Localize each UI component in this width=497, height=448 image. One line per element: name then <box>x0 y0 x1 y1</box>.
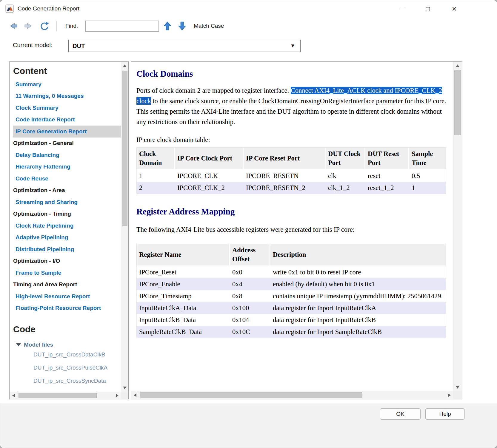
help-button[interactable]: Help <box>425 408 465 420</box>
back-arrow-icon <box>7 21 19 31</box>
table-cell: 0x100 <box>230 302 270 314</box>
report-content: Clock Domains Ports of clock domain 2 ar… <box>131 62 453 391</box>
table-row: InputRateClkA_Data0x100data register for… <box>137 302 446 314</box>
refresh-button[interactable] <box>37 20 51 32</box>
sidebar-item-clock-summary[interactable]: Clock Summary <box>13 102 121 114</box>
model-selector-row: Current model: DUT ▼ <box>0 35 497 58</box>
table-cell: IPCore_Reset <box>137 266 230 278</box>
table-of-contents: Summary11 Warnings, 0 MessagesClock Summ… <box>13 78 121 314</box>
table-cell: IPCORE_CLK_2 <box>175 182 244 194</box>
scrollbar-thumb[interactable] <box>19 393 97 398</box>
paragraph-text: to the same clock source, or enable the … <box>136 97 446 126</box>
clock-table-caption: IP core clock domain table: <box>136 136 453 144</box>
table-cell: 0x10C <box>230 326 270 338</box>
down-triangle-icon <box>123 387 127 389</box>
scrollbar-thumb[interactable] <box>122 71 127 226</box>
model-file-link[interactable]: DUT_ip_src_CrossSyncData <box>13 374 121 387</box>
minimize-button[interactable] <box>392 3 412 15</box>
left-triangle-icon <box>12 394 15 397</box>
sidebar-item-delay-balancing[interactable]: Delay Balancing <box>13 149 121 161</box>
sidebar-item-code-reuse[interactable]: Code Reuse <box>13 173 121 185</box>
toolbar-separator <box>56 21 57 31</box>
column-header: Description <box>270 244 446 266</box>
sidebar-vertical-scrollbar[interactable] <box>121 62 128 392</box>
table-cell: 0.5 <box>409 170 446 182</box>
table-row: IPCore_Reset0x0write 0x1 to bit 0 to res… <box>137 266 446 278</box>
table-row: 1IPCORE_CLKIPCORE_RESETNclkreset0.5 <box>137 170 446 182</box>
table-cell: clk <box>326 170 365 182</box>
maximize-button[interactable] <box>418 3 438 15</box>
sidebar-item-summary[interactable]: Summary <box>13 78 121 90</box>
app-icon <box>5 4 14 13</box>
sidebar-item-high-level-resource-report[interactable]: High-level Resource Report <box>13 291 121 302</box>
close-icon: × <box>452 5 457 13</box>
model-file-link[interactable]: DUT_ip_src_CrossPulseClkA <box>13 361 121 374</box>
scroll-up-button[interactable] <box>121 62 128 69</box>
column-header: Clock Domain <box>137 148 175 170</box>
scrollbar-corner <box>453 391 462 399</box>
sidebar-item-optimization-timing: Optimization - Timing <box>13 208 121 220</box>
table-cell: 0x104 <box>230 314 270 326</box>
table-cell: IPCORE_RESETN <box>244 170 326 182</box>
table-cell: 1 <box>409 182 446 194</box>
sidebar-item-code-interface-report[interactable]: Code Interface Report <box>13 114 121 126</box>
scroll-down-button[interactable] <box>121 384 128 392</box>
sidebar-item-optimization-i-o: Optimization - I/O <box>13 255 121 267</box>
scroll-down-button[interactable] <box>453 383 462 391</box>
scroll-right-button[interactable] <box>113 392 121 399</box>
sidebar-item-11-warnings-0-messages[interactable]: 11 Warnings, 0 Messages <box>13 90 121 102</box>
scrollbar-thumb[interactable] <box>140 392 362 398</box>
current-model-dropdown[interactable]: DUT ▼ <box>68 40 301 52</box>
scroll-left-button[interactable] <box>131 391 139 399</box>
find-input[interactable] <box>85 21 159 32</box>
scroll-right-button[interactable] <box>445 391 453 399</box>
model-file-link[interactable]: DUT_ip_src_CrossDataClkB <box>13 348 121 361</box>
collapse-triangle-icon <box>16 343 21 346</box>
table-cell: write 0x1 to bit 0 to reset IP core <box>270 266 446 278</box>
table-cell: contains unique IP timestamp (yymmddHHMM… <box>270 290 446 302</box>
match-case-toggle[interactable]: Match Case <box>194 23 224 29</box>
sidebar-item-timing-and-area-report: Timing and Area Report <box>13 279 121 291</box>
sidebar-item-adaptive-pipelining[interactable]: Adaptive Pipelining <box>13 232 121 244</box>
dropdown-arrow-icon: ▼ <box>290 43 295 49</box>
sidebar-item-optimization-area: Optimization - Area <box>13 185 121 197</box>
sidebar-item-streaming-and-sharing[interactable]: Streaming and Sharing <box>13 196 121 208</box>
right-triangle-icon <box>116 394 119 397</box>
sidebar-item-floating-point-resource-report[interactable]: Floating-Point Resource Report <box>13 302 121 314</box>
sidebar-item-ip-core-generation-report[interactable]: IP Core Generation Report <box>13 126 121 138</box>
sidebar-item-clock-rate-pipelining[interactable]: Clock Rate Pipelining <box>13 220 121 232</box>
column-header: IP Core Reset Port <box>244 148 326 170</box>
scroll-left-button[interactable] <box>10 392 17 399</box>
table-cell: SampleRateClkB_Data <box>137 326 230 338</box>
table-cell: 0x4 <box>230 278 270 290</box>
table-cell: InputRateClkB_Data <box>137 314 230 326</box>
minimize-icon <box>399 9 404 9</box>
refresh-icon <box>39 21 50 31</box>
main-horizontal-scrollbar[interactable] <box>131 391 453 399</box>
sidebar-horizontal-scrollbar[interactable] <box>10 392 121 399</box>
sidebar-item-optimization-general: Optimization - General <box>13 138 121 149</box>
model-files-tree-node[interactable]: Model files <box>13 342 121 348</box>
model-files-label: Model files <box>24 342 53 348</box>
sidebar-item-frame-to-sample[interactable]: Frame to Sample <box>13 267 121 279</box>
scroll-up-button[interactable] <box>453 62 462 69</box>
table-header-row: Register NameAddress OffsetDescription <box>137 244 446 266</box>
find-next-button[interactable] <box>176 20 188 32</box>
close-button[interactable]: × <box>444 3 464 15</box>
down-arrow-icon <box>177 21 187 31</box>
table-row: SampleRateClkB_Data0x10Cdata register fo… <box>137 326 446 338</box>
table-cell: reset <box>365 170 409 182</box>
ok-button[interactable]: OK <box>380 408 421 420</box>
scrollbar-thumb[interactable] <box>454 70 461 135</box>
back-button[interactable] <box>6 20 20 32</box>
main-vertical-scrollbar[interactable] <box>453 62 462 391</box>
sidebar-item-distributed-pipelining[interactable]: Distributed Pipelining <box>13 243 121 255</box>
sidebar-item-hierarchy-flattening[interactable]: Hierarchy Flattening <box>13 161 121 173</box>
sidebar-content: Content Summary11 Warnings, 0 MessagesCl… <box>10 62 121 392</box>
find-previous-button[interactable] <box>162 20 173 32</box>
content-sidebar: Content Summary11 Warnings, 0 MessagesCl… <box>9 61 129 399</box>
forward-button[interactable] <box>22 20 36 32</box>
scrollbar-corner <box>121 392 128 399</box>
content-heading: Content <box>13 66 121 76</box>
table-cell: data register for Inport InputRateClkB <box>270 314 446 326</box>
